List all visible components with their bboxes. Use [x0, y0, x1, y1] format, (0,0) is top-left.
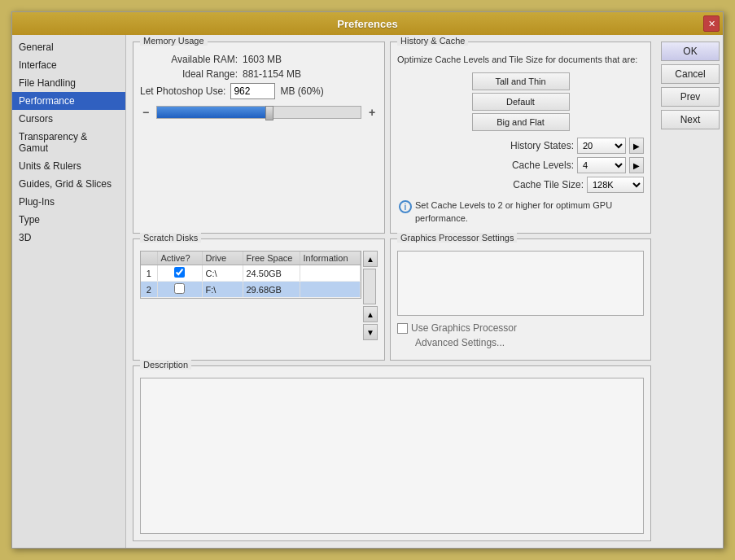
- cache-levels-row: Cache Levels: 4 ▶: [397, 157, 644, 173]
- right-buttons: OK Cancel Prev Next: [658, 35, 723, 548]
- big-flat-button[interactable]: Big and Flat: [472, 113, 570, 131]
- dialog-body: General Interface File Handling Performa…: [12, 35, 723, 548]
- sidebar-item-transparency[interactable]: Transparency & Gamut: [12, 128, 125, 157]
- sidebar-item-file-handling[interactable]: File Handling: [12, 74, 125, 92]
- sidebar-item-3d[interactable]: 3D: [12, 229, 125, 247]
- advanced-settings-link[interactable]: Advanced Settings...: [415, 337, 505, 348]
- history-panel-title: History & Cache: [397, 36, 468, 46]
- cache-levels-select[interactable]: 4: [577, 157, 626, 173]
- slider-fill: [157, 107, 269, 118]
- prev-button[interactable]: Prev: [661, 87, 720, 107]
- history-states-row: History States: 20 ▶: [397, 138, 644, 154]
- preferences-dialog: Preferences ✕ General Interface File Han…: [11, 11, 724, 549]
- scratch-area: Active? Drive Free Space Information: [140, 251, 378, 340]
- scroll-right-down[interactable]: ▼: [363, 324, 378, 340]
- scroll-track: [363, 269, 376, 304]
- slider-minus-button[interactable]: −: [140, 106, 151, 119]
- row2-active[interactable]: [157, 282, 202, 298]
- history-panel: History & Cache Optimize Cache Levels an…: [390, 42, 651, 234]
- close-button[interactable]: ✕: [703, 15, 720, 32]
- slider-plus-button[interactable]: +: [366, 106, 378, 119]
- scratch-table-header: Active? Drive Free Space Information: [141, 252, 361, 265]
- scratch-table: Active? Drive Free Space Information: [141, 252, 361, 298]
- cache-levels-label: Cache Levels:: [512, 160, 574, 171]
- ideal-range-label: Ideal Range:: [140, 68, 238, 80]
- default-button[interactable]: Default: [472, 93, 570, 111]
- row1-info: [300, 265, 361, 282]
- row2-free: 29.68GB: [243, 282, 300, 298]
- let-photoshop-label: Let Photoshop Use:: [140, 85, 225, 97]
- scroll-right-up[interactable]: ▲: [363, 306, 378, 322]
- scratch-table-wrapper: Active? Drive Free Space Information: [140, 251, 361, 299]
- gpu-panel-title: Graphics Processor Settings: [397, 233, 517, 243]
- history-description: Optimize Cache Levels and Tile Size for …: [397, 54, 644, 66]
- sidebar-item-plugins[interactable]: Plug-Ins: [12, 193, 125, 211]
- cache-tile-select[interactable]: 128K: [587, 177, 644, 193]
- sidebar-item-general[interactable]: General: [12, 38, 125, 56]
- slider-thumb[interactable]: [265, 106, 273, 120]
- sidebar: General Interface File Handling Performa…: [12, 35, 126, 548]
- history-states-arrow[interactable]: ▶: [629, 138, 644, 154]
- memory-pct-label: MB (60%): [280, 85, 323, 97]
- sidebar-item-type[interactable]: Type: [12, 211, 125, 229]
- row1-free: 24.50GB: [243, 265, 300, 282]
- tall-thin-button[interactable]: Tall and Thin: [472, 72, 570, 90]
- ideal-range-value: 881-1154 MB: [243, 68, 301, 80]
- history-states-select[interactable]: 20: [577, 138, 626, 154]
- col-free: Free Space: [243, 252, 300, 265]
- main-content: Memory Usage Available RAM: 1603 MB Idea…: [126, 35, 658, 548]
- row1-drive: C:\: [202, 265, 243, 282]
- col-info: Information: [300, 252, 361, 265]
- scratch-panel: Scratch Disks Active? Drive: [133, 238, 385, 361]
- cache-tile-row: Cache Tile Size: 128K: [397, 177, 644, 193]
- row1-checkbox[interactable]: [174, 267, 185, 278]
- table-row[interactable]: 1 C:\ 24.50GB: [141, 265, 361, 282]
- memory-slider-track[interactable]: [156, 106, 361, 119]
- use-gpu-checkbox[interactable]: [397, 323, 408, 334]
- ok-button[interactable]: OK: [661, 42, 720, 61]
- sidebar-item-interface[interactable]: Interface: [12, 56, 125, 74]
- advanced-settings-row: Advanced Settings...: [412, 337, 644, 348]
- cache-preset-buttons: Tall and Thin Default Big and Flat: [397, 72, 644, 131]
- table-row[interactable]: 2 F:\ 29.68GB: [141, 282, 361, 298]
- ideal-range-row: Ideal Range: 881-1154 MB: [140, 68, 378, 80]
- top-row: Memory Usage Available RAM: 1603 MB Idea…: [133, 42, 651, 234]
- cancel-button[interactable]: Cancel: [661, 64, 720, 84]
- col-active: Active?: [157, 252, 202, 265]
- col-num: [141, 252, 157, 265]
- row2-checkbox[interactable]: [174, 283, 185, 294]
- let-photoshop-row: Let Photoshop Use: MB (60%): [140, 83, 378, 99]
- history-states-label: History States:: [510, 140, 574, 151]
- sidebar-item-units[interactable]: Units & Rulers: [12, 157, 125, 175]
- sidebar-item-guides[interactable]: Guides, Grid & Slices: [12, 175, 125, 193]
- scroll-bottom-buttons: ▲ ▼: [363, 306, 378, 340]
- scroll-up-button[interactable]: ▲: [363, 251, 378, 267]
- sidebar-item-performance[interactable]: Performance: [12, 92, 125, 110]
- row1-active[interactable]: [157, 265, 202, 282]
- description-panel-title: Description: [140, 360, 191, 370]
- dialog-title: Preferences: [337, 18, 397, 30]
- row2-drive: F:\: [202, 282, 243, 298]
- gpu-panel: Graphics Processor Settings Use Graphics…: [390, 238, 651, 361]
- next-button[interactable]: Next: [661, 110, 720, 129]
- cache-levels-arrow[interactable]: ▶: [629, 157, 644, 173]
- available-ram-value: 1603 MB: [243, 54, 282, 65]
- title-bar: Preferences ✕: [12, 12, 723, 35]
- scratch-panel-title: Scratch Disks: [140, 233, 201, 243]
- description-panel: Description: [133, 365, 651, 541]
- scratch-list: Active? Drive Free Space Information: [140, 251, 361, 340]
- row2-info: [300, 282, 361, 298]
- cache-tile-label: Cache Tile Size:: [513, 179, 584, 190]
- gpu-inner-box: [397, 251, 644, 316]
- sidebar-item-cursors[interactable]: Cursors: [12, 110, 125, 128]
- memory-panel-title: Memory Usage: [140, 36, 208, 46]
- info-icon: i: [399, 200, 412, 213]
- memory-value-input[interactable]: [230, 83, 275, 99]
- col-drive: Drive: [202, 252, 243, 265]
- available-ram-row: Available RAM: 1603 MB: [140, 54, 378, 65]
- row1-num: 1: [141, 265, 157, 282]
- use-gpu-label: Use Graphics Processor: [411, 322, 517, 334]
- available-ram-label: Available RAM:: [140, 54, 238, 65]
- description-content: [140, 378, 644, 534]
- history-fields: History States: 20 ▶ Cache Levels: 4 ▶: [397, 138, 644, 193]
